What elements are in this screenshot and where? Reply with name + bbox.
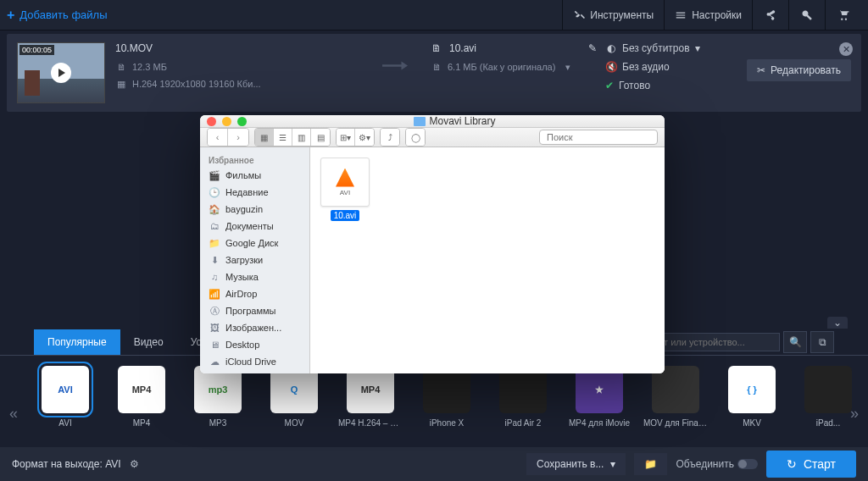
edit-button[interactable]: ✂ Редактировать — [747, 59, 851, 81]
browse-folder-button[interactable]: 📁 — [634, 453, 667, 475]
bottom-bar: Формат на выходе: AVI ⚙ Сохранить в... ▾… — [0, 447, 868, 481]
search-icon: 🔍 — [789, 336, 802, 348]
zoom-window-button[interactable] — [237, 117, 247, 126]
preset-mkv[interactable]: { }MKV — [724, 366, 780, 428]
finder-sidebar: Избранное 🎬Фильмы🕒Недавние🏠bayguzin🗂Доку… — [200, 147, 310, 373]
tab-popular[interactable]: Популярные — [34, 329, 120, 355]
wrench-button[interactable] — [788, 0, 825, 30]
sidebar-item[interactable]: 🖼Изображен... — [200, 319, 309, 336]
favorites-header: Избранное — [200, 152, 309, 167]
sidebar-item[interactable]: 🖥Desktop — [200, 336, 309, 353]
check-icon: ✔ — [605, 80, 614, 91]
codec-icon: ▦ — [115, 78, 127, 90]
devices-header: Устройства — [200, 370, 309, 373]
output-format-label: Формат на выходе: AVI — [12, 458, 121, 470]
merge-label: Объединить — [676, 458, 734, 470]
sidebar-item[interactable]: 📶AirDrop — [200, 285, 309, 302]
sidebar-item[interactable]: 🏠bayguzin — [200, 201, 309, 218]
gallery-view-button[interactable]: ▤ — [311, 129, 330, 146]
finder-file-area[interactable]: AVI 10.avi — [310, 147, 665, 373]
output-settings-button[interactable]: ⚙ — [130, 458, 139, 470]
preset-avi[interactable]: AVIAVI — [37, 366, 93, 428]
tags-button[interactable]: ◯ — [406, 129, 425, 146]
top-toolbar: + Добавить файлы Инструменты Настройки — [0, 0, 868, 30]
icon-view-button[interactable]: ▦ — [255, 129, 274, 146]
file-item[interactable]: AVI 10.avi — [320, 158, 370, 221]
scissors-icon: ✂ — [757, 64, 765, 76]
tools-button[interactable]: Инструменты — [562, 0, 664, 30]
back-button[interactable]: ‹ — [208, 129, 228, 146]
dest-filename: 10.avi — [449, 42, 476, 54]
finder-search-input[interactable] — [539, 130, 658, 145]
finder-toolbar: ‹ › ▦ ☰ ▥ ▤ ⊞▾ ⚙▾ ⤴ ◯ — [200, 128, 665, 147]
preset-mov[interactable]: QMOV — [266, 366, 322, 428]
scroll-left-button[interactable]: « — [5, 396, 22, 430]
finder-titlebar[interactable]: Movavi Library — [200, 115, 665, 128]
file-name-label: 10.avi — [331, 210, 360, 221]
column-view-button[interactable]: ▥ — [292, 129, 311, 146]
share-button[interactable] — [752, 0, 788, 30]
file-entry: 00:00:05 10.MOV 🗎12.3 МБ ▦H.264 1920x108… — [7, 34, 861, 112]
file-icon: 🗎 — [431, 61, 442, 73]
sidebar-item[interactable]: 🎬Фильмы — [200, 167, 309, 184]
preset-ipad-air-2[interactable]: iPad Air 2 — [495, 366, 551, 428]
play-icon[interactable] — [51, 63, 71, 83]
arrow-icon — [370, 59, 420, 72]
preset-mp4-imovie[interactable]: ★MP4 для iMovie — [571, 366, 627, 428]
preset-mp4[interactable]: MP4MP4 — [114, 366, 170, 428]
save-to-button[interactable]: Сохранить в... ▾ — [526, 453, 626, 475]
search-button[interactable]: 🔍 — [783, 331, 807, 353]
folder-icon — [414, 117, 426, 126]
folder-icon: 📁 — [644, 458, 657, 470]
tab-video[interactable]: Видео — [120, 329, 177, 355]
start-button[interactable]: ↻ Старт — [766, 451, 856, 478]
preset-mov-final-cut-[interactable]: MOV для Final Cut... — [648, 366, 704, 428]
collapse-panel-button[interactable]: ⌄ — [827, 317, 848, 329]
sidebar-item[interactable]: ☁iCloud Drive — [200, 353, 309, 370]
convert-icon: ↻ — [787, 457, 797, 471]
share-button[interactable]: ⤴ — [381, 129, 399, 146]
preset-mp3[interactable]: mp3MP3 — [190, 366, 246, 428]
tools-icon — [573, 9, 585, 21]
add-files-button[interactable]: + Добавить файлы — [7, 8, 108, 23]
sidebar-item[interactable]: 📁Google Диск — [200, 235, 309, 252]
file-icon: 🗎 — [115, 61, 127, 73]
pencil-icon[interactable]: ✎ — [588, 42, 597, 54]
subtitle-icon: ◐ — [605, 42, 617, 54]
duration-badge: 00:00:05 — [19, 45, 54, 55]
source-filename: 10.MOV — [115, 42, 370, 54]
preset-mp4-h-264-hd-7-[interactable]: MP4MP4 H.264 – HD 7... — [342, 366, 398, 428]
share-icon — [765, 9, 776, 21]
group-button[interactable]: ⊞▾ — [337, 129, 355, 146]
remove-file-button[interactable]: ✕ — [839, 42, 853, 56]
file-icon: 🗎 — [431, 42, 442, 54]
thumbnail[interactable]: 00:00:05 — [17, 42, 105, 103]
add-files-label: Добавить файлы — [19, 8, 107, 21]
cart-button[interactable] — [825, 0, 861, 30]
device-icon: ⧉ — [819, 336, 826, 348]
vlc-file-icon: AVI — [320, 158, 370, 207]
sidebar-item[interactable]: ⬇Загрузки — [200, 252, 309, 268]
close-window-button[interactable] — [207, 117, 216, 126]
speaker-muted-icon: 🔇 — [605, 61, 617, 73]
settings-button[interactable]: Настройки — [664, 0, 752, 30]
forward-button[interactable]: › — [228, 129, 248, 146]
sidebar-item[interactable]: ♫Музыка — [200, 268, 309, 285]
wrench-icon — [801, 9, 813, 21]
list-view-button[interactable]: ☰ — [274, 129, 292, 146]
merge-toggle[interactable] — [737, 459, 758, 469]
cart-icon — [837, 9, 849, 21]
action-button[interactable]: ⚙▾ — [355, 129, 374, 146]
sidebar-item[interactable]: 🕒Недавние — [200, 184, 309, 201]
sidebar-item[interactable]: 🗂Документы — [200, 218, 309, 235]
plus-icon: + — [7, 8, 14, 23]
sidebar-item[interactable]: ⒶПрограммы — [200, 302, 309, 319]
hamburger-icon — [675, 9, 687, 21]
finder-window: Movavi Library ‹ › ▦ ☰ ▥ ▤ ⊞▾ ⚙▾ ⤴ ◯ Изб… — [200, 115, 665, 373]
chevron-down-icon: ▾ — [610, 458, 615, 470]
minimize-window-button[interactable] — [222, 117, 231, 126]
chevron-down-icon[interactable]: ▾ — [695, 42, 700, 54]
preset-iphone-x[interactable]: iPhone X — [419, 366, 475, 428]
detect-device-button[interactable]: ⧉ — [810, 331, 834, 353]
chevron-down-icon[interactable]: ▾ — [565, 62, 570, 73]
